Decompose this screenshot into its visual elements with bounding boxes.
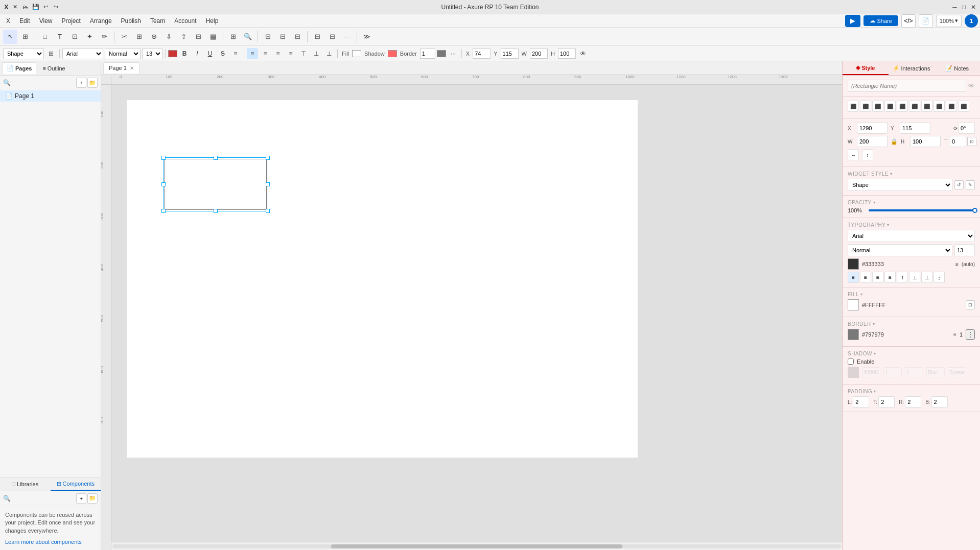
x-input[interactable]: [473, 49, 491, 59]
copy-style-tool[interactable]: ⊞: [132, 30, 146, 44]
flip-h-btn[interactable]: ↔: [848, 149, 859, 160]
border-width-input[interactable]: [420, 49, 435, 59]
menu-x[interactable]: X: [2, 16, 14, 26]
ta-center-btn[interactable]: ≡: [860, 272, 871, 283]
distribute-v-tool[interactable]: ⊟: [325, 30, 339, 44]
tab-pages[interactable]: 📄 Pages: [2, 62, 36, 74]
spacing-tool[interactable]: —: [340, 30, 354, 44]
menu-team[interactable]: Team: [146, 16, 169, 26]
border-style-btn[interactable]: ···: [448, 48, 459, 59]
tab-components[interactable]: ⊞ Components: [51, 478, 101, 491]
y-input[interactable]: [501, 49, 519, 59]
file-button[interactable]: 📄: [919, 14, 933, 28]
pad-r-input[interactable]: [905, 396, 921, 408]
tab-libraries[interactable]: □ Libraries: [0, 478, 51, 491]
minimize-btn[interactable]: 🗁: [22, 4, 29, 11]
window-close-btn[interactable]: ✕: [971, 4, 976, 11]
share-button[interactable]: ☁ Share: [864, 15, 898, 26]
strikethrough-btn[interactable]: S: [217, 48, 228, 59]
underline-btn[interactable]: U: [204, 48, 216, 59]
align-center-btn[interactable]: ≡: [260, 48, 271, 59]
shape-tool[interactable]: □: [38, 30, 52, 44]
align-top-btn[interactable]: ⊤: [298, 48, 309, 59]
flip-v-btn[interactable]: ↕: [862, 149, 873, 160]
widget-style-select[interactable]: Shape: [848, 179, 952, 191]
distribute-h-btn[interactable]: ⬛: [921, 101, 932, 112]
border-more-btn[interactable]: ⋮: [966, 329, 975, 340]
pad-t-input[interactable]: [878, 396, 895, 408]
x-pos-input[interactable]: [857, 123, 888, 134]
bold-btn[interactable]: B: [179, 48, 190, 59]
widget-type-icon-btn[interactable]: ⊞: [45, 48, 57, 59]
more-align-btn[interactable]: ⬛: [958, 101, 969, 112]
shadow-color-swatch[interactable]: [388, 50, 397, 57]
ta-more-btn[interactable]: ⋮: [934, 272, 945, 283]
export-tool[interactable]: ⇧: [176, 30, 191, 44]
border-color-box[interactable]: [848, 329, 859, 340]
format-tool[interactable]: ⊟: [191, 30, 205, 44]
window-maximize-btn[interactable]: □: [962, 4, 966, 11]
h-size-input[interactable]: [910, 136, 941, 147]
distribute-space-btn[interactable]: ⬛: [946, 101, 957, 112]
font-size-select[interactable]: 13: [142, 48, 162, 59]
rp-font-family-select[interactable]: Arial: [848, 230, 975, 242]
scrollbar-thumb[interactable]: [331, 544, 622, 548]
align-right-btn[interactable]: ≡: [272, 48, 284, 59]
align-middle-v-btn[interactable]: ⬛: [897, 101, 908, 112]
opacity-slider[interactable]: [869, 209, 975, 211]
save-btn[interactable]: 💾: [32, 4, 39, 11]
distribute-h-tool[interactable]: ⊟: [310, 30, 324, 44]
import-tool[interactable]: ⇩: [161, 30, 176, 44]
align-middle-btn[interactable]: ⊥: [311, 48, 322, 59]
angle-input[interactable]: [959, 123, 975, 134]
align-left-btn[interactable]: ⬛: [848, 101, 859, 112]
widget-style-reset-btn[interactable]: ↺: [954, 180, 964, 189]
components-learn-more-link[interactable]: Learn more about components: [5, 539, 82, 545]
list-item[interactable]: 📄 Page 1: [0, 90, 101, 102]
flow-tool[interactable]: ▤: [206, 30, 220, 44]
radius-input[interactable]: [950, 136, 966, 147]
ta-right-btn[interactable]: ≡: [872, 272, 883, 283]
zoom-out-tool[interactable]: 🔍: [241, 30, 255, 44]
crop-tool[interactable]: ⊞: [18, 30, 32, 44]
menu-publish[interactable]: Publish: [117, 16, 145, 26]
preview-button[interactable]: ▶: [845, 15, 860, 27]
distribute-v-btn[interactable]: ⬛: [934, 101, 945, 112]
code-button[interactable]: </>: [901, 14, 916, 28]
fill-color-swatch[interactable]: [352, 50, 361, 57]
menu-project[interactable]: Project: [58, 16, 85, 26]
rp-font-style-select[interactable]: Normal: [848, 244, 952, 256]
w-size-input[interactable]: [857, 136, 888, 147]
menu-edit[interactable]: Edit: [15, 16, 34, 26]
menu-view[interactable]: View: [35, 16, 57, 26]
shadow-enable-checkbox[interactable]: [848, 358, 854, 365]
align-top-btn[interactable]: ⬛: [884, 101, 896, 112]
redo-title-btn[interactable]: ↪: [53, 4, 60, 11]
align-bottom-btn[interactable]: ⊥: [323, 48, 335, 59]
text-tool[interactable]: T: [53, 30, 67, 44]
lock-size-icon[interactable]: 🔒: [891, 138, 898, 145]
cut-tool[interactable]: ✂: [117, 30, 131, 44]
align-justify-btn[interactable]: ≡: [285, 48, 296, 59]
ta-justify-btn[interactable]: ≡: [884, 272, 896, 283]
ta-middle-btn[interactable]: ⊥: [909, 272, 920, 283]
menu-account[interactable]: Account: [170, 16, 200, 26]
menu-help[interactable]: Help: [202, 16, 223, 26]
align-left-tool[interactable]: ⊟: [261, 30, 275, 44]
more-tool[interactable]: ≫: [360, 30, 374, 44]
canvas-tab-page1[interactable]: Page 1 ✕: [103, 62, 139, 74]
tab-outline[interactable]: ≡ Outline: [38, 63, 69, 74]
visibility-toggle[interactable]: 👁: [577, 48, 589, 59]
widget-type-select[interactable]: Shape: [3, 48, 44, 59]
undo-title-btn[interactable]: ↩: [42, 4, 50, 11]
h-input[interactable]: [558, 49, 576, 59]
image-tool[interactable]: ⊡: [67, 30, 82, 44]
pad-l-input[interactable]: [853, 396, 869, 408]
zoom-frame-tool[interactable]: ⊞: [226, 30, 240, 44]
y-pos-input[interactable]: [900, 123, 930, 134]
new-folder-btn[interactable]: 📁: [87, 78, 98, 88]
ta-left-btn[interactable]: ≡: [848, 272, 859, 283]
ta-top-btn[interactable]: ⊤: [897, 272, 908, 283]
new-component-btn[interactable]: +: [76, 493, 86, 504]
rectangle-widget[interactable]: [165, 159, 267, 210]
